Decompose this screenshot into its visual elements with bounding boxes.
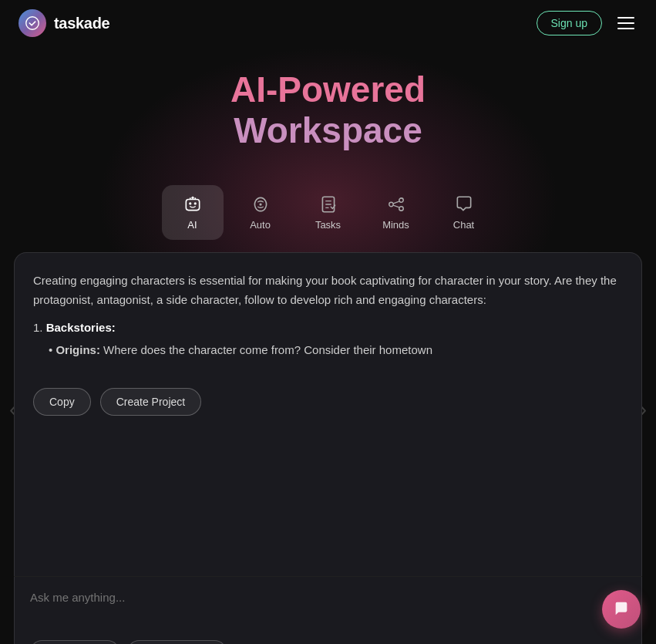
commands-button[interactable]: ! Commands (30, 640, 119, 644)
svg-point-11 (399, 206, 402, 210)
content-panel: Creating engaging characters is essentia… (14, 252, 642, 576)
header-right: Sign up (537, 11, 637, 35)
tab-minds-label: Minds (382, 219, 409, 231)
origins-label: Origins: (56, 343, 100, 356)
logo-text: taskade (54, 15, 109, 32)
copy-button[interactable]: Copy (33, 388, 91, 416)
backstories-label: Backstories: (46, 321, 116, 334)
chat-icon (454, 194, 474, 214)
tab-chat-label: Chat (453, 219, 474, 231)
svg-point-7 (259, 203, 261, 205)
input-area: ! Commands View prompts (14, 577, 642, 644)
chat-intro-text: Creating engaging characters is essentia… (33, 271, 623, 310)
tasks-icon (318, 194, 338, 214)
input-bottom-bar: ! Commands View prompts (30, 640, 626, 644)
svg-point-0 (26, 17, 39, 30)
svg-point-5 (189, 202, 191, 204)
hero-title-line2: Workspace (0, 110, 656, 151)
tab-chat[interactable]: Chat (433, 185, 495, 240)
tab-ai-label: AI (187, 219, 197, 231)
menu-line-3 (617, 28, 634, 29)
header: taskade Sign up (0, 0, 656, 46)
view-prompts-button[interactable]: View prompts (127, 640, 227, 644)
chat-content: Creating engaging characters is essentia… (33, 271, 623, 376)
auto-icon (251, 194, 271, 214)
tab-auto-label: Auto (250, 219, 271, 231)
tab-auto[interactable]: Auto (230, 185, 291, 240)
ai-icon (183, 194, 203, 214)
bullet-origins: Origins: Where does the character come f… (33, 341, 623, 360)
tab-ai[interactable]: AI (162, 185, 224, 240)
signup-button[interactable]: Sign up (537, 11, 602, 35)
svg-rect-1 (186, 199, 199, 210)
tab-minds[interactable]: Minds (365, 185, 427, 240)
svg-point-2 (191, 196, 193, 198)
svg-point-6 (193, 202, 196, 204)
hero-title-line1: AI-Powered (0, 69, 656, 110)
menu-line-2 (617, 22, 634, 24)
svg-line-12 (393, 201, 399, 204)
chat-bubble-icon (613, 601, 630, 618)
create-project-button[interactable]: Create Project (100, 388, 201, 416)
minds-icon (386, 194, 406, 214)
hero-section: AI-Powered Workspace (0, 46, 656, 167)
ask-input[interactable] (30, 591, 626, 629)
numbered-item-1: 1. Backstories: (33, 319, 623, 338)
action-buttons: Copy Create Project (33, 376, 623, 431)
tab-tasks-label: Tasks (315, 219, 341, 231)
chat-bubble-fab[interactable] (602, 590, 641, 629)
hamburger-menu-button[interactable] (614, 14, 637, 32)
svg-line-13 (393, 205, 399, 207)
svg-point-9 (389, 202, 392, 206)
taskade-logo-icon (19, 9, 46, 37)
feature-tabs: ‹ AI Auto Tasks (0, 185, 656, 240)
origins-text: Where does the character come from? Cons… (103, 343, 432, 356)
menu-line-1 (617, 17, 634, 19)
logo-area: taskade (19, 9, 109, 37)
svg-point-10 (399, 198, 402, 202)
tab-tasks[interactable]: Tasks (298, 185, 359, 240)
